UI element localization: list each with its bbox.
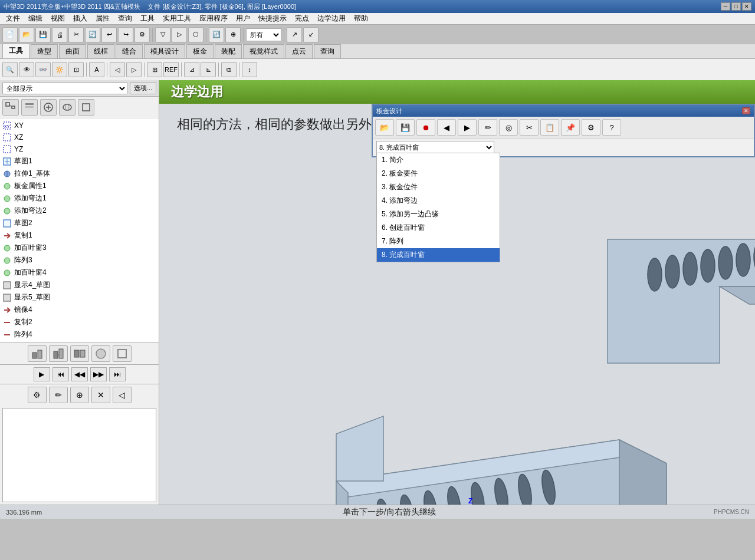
step-combo[interactable]: 8. 完成百叶窗 [376, 141, 494, 154]
edit-btn-5[interactable]: ◁ [113, 387, 132, 403]
panel-tb-paste[interactable]: 📌 [561, 119, 580, 136]
panel-tb-fwd[interactable]: ▶ [458, 119, 477, 136]
maximize-btn[interactable]: □ [731, 2, 741, 11]
tree-item-extrude[interactable]: 拉伸1_基体 [0, 167, 159, 180]
tb2-6[interactable]: A [89, 62, 104, 77]
bb-btn-2[interactable] [49, 345, 68, 362]
feature-tree[interactable]: XY XY XZ YZ 草图1 [0, 118, 159, 342]
tb2-3[interactable]: 👓 [35, 62, 51, 77]
menu-tips[interactable]: 快捷提示 [255, 12, 290, 25]
menu-tools[interactable]: 工具 [137, 12, 158, 25]
tree-item-louver3[interactable]: 加百叶窗3 [0, 242, 159, 254]
next-btn[interactable]: ▶▶ [90, 367, 107, 381]
tb2-7[interactable]: ◁ [110, 62, 125, 77]
menu-learn[interactable]: 边学边用 [314, 12, 349, 25]
panel-tb-gear[interactable]: ⚙ [582, 119, 600, 136]
save-btn[interactable]: 💾 [35, 27, 51, 42]
next-step-btn[interactable]: ⏭ [109, 367, 126, 381]
menu-user[interactable]: 用户 [232, 12, 254, 25]
tb2-2[interactable]: 👁 [19, 62, 34, 77]
tree-item-sketch2[interactable]: 草图2 [0, 217, 159, 229]
dd-item-2[interactable]: 2. 板金要件 [377, 167, 500, 180]
dd-item-7[interactable]: 7. 阵列 [377, 235, 500, 248]
tab-sew[interactable]: 缝合 [116, 44, 143, 58]
tb16[interactable]: ↙ [303, 27, 319, 42]
tb2-13[interactable]: ⧉ [221, 62, 237, 77]
icon-btn-2[interactable] [21, 99, 38, 116]
menu-help[interactable]: 帮助 [350, 12, 372, 25]
bb-btn-1[interactable] [28, 345, 47, 362]
open-btn[interactable]: 📂 [19, 27, 34, 42]
icon-btn-3[interactable] [40, 99, 57, 116]
close-btn[interactable]: ✕ [742, 2, 751, 11]
tb5[interactable]: ✂ [68, 27, 84, 42]
tree-item-copy1[interactable]: 复制1 [0, 229, 159, 242]
all-combo[interactable]: 所有 [246, 28, 281, 41]
print-btn[interactable]: 🖨 [52, 27, 67, 42]
tab-assembly[interactable]: 装配 [215, 44, 242, 58]
tb12[interactable]: ⬡ [188, 27, 203, 42]
viewport[interactable]: 边学边用 相同的方法，相同的参数做出另外一边的百叶窗。 [159, 80, 755, 505]
menu-points[interactable]: 完点 [291, 12, 313, 25]
tree-item-sketch1[interactable]: 草图1 [0, 155, 159, 167]
panel-tb-stop[interactable]: ⏺ [416, 119, 435, 136]
tree-item-louver4[interactable]: 加百叶窗4 [0, 266, 159, 279]
menu-file[interactable]: 文件 [2, 12, 24, 25]
dd-item-3[interactable]: 3. 板金位件 [377, 180, 500, 194]
tab-mold[interactable]: 模具设计 [144, 44, 185, 58]
tb2-12[interactable]: ⊾ [201, 62, 216, 77]
tb6[interactable]: 🔄 [85, 27, 100, 42]
menu-edit[interactable]: 编辑 [25, 12, 46, 25]
tb2-1[interactable]: 🔍 [2, 62, 18, 77]
tb2-5[interactable]: ⊡ [68, 62, 84, 77]
edit-btn-4[interactable]: ✕ [91, 387, 110, 403]
tree-item-array4[interactable]: 阵列4 [0, 328, 159, 341]
panel-tb-circle[interactable]: ◎ [499, 119, 518, 136]
window-controls[interactable]: ─ □ ✕ [721, 2, 751, 11]
tb2-8[interactable]: ▷ [126, 62, 142, 77]
panel-close-btn[interactable]: ✕ [742, 107, 750, 114]
menu-query[interactable]: 查询 [114, 12, 136, 25]
edit-btn-3[interactable]: ⊕ [70, 387, 89, 403]
panel-tb-help[interactable]: ? [602, 119, 621, 136]
tree-item-yz[interactable]: YZ [0, 143, 159, 155]
tree-item-show5[interactable]: 显示5_草图 [0, 291, 159, 304]
tb9[interactable]: ⚙ [134, 27, 150, 42]
panel-tb-back[interactable]: ◀ [437, 119, 456, 136]
tree-item-sheetmetal[interactable]: 板金属性1 [0, 180, 159, 192]
tab-wireframe[interactable]: 线框 [87, 44, 114, 58]
tab-pointcloud[interactable]: 点云 [285, 44, 313, 58]
tree-item-xz[interactable]: XZ [0, 131, 159, 143]
tree-item-bend2[interactable]: 添加弯边2 [0, 205, 159, 217]
bb-btn-4[interactable] [91, 345, 110, 362]
step-dropdown[interactable]: 1. 简介 2. 板金要件 3. 板金位件 4. 添加弯边 5. 添加另一边凸缘… [376, 153, 500, 262]
dd-item-1[interactable]: 1. 简介 [377, 153, 500, 167]
tree-item-copy2[interactable]: 复制2 [0, 316, 159, 328]
tree-item-array3[interactable]: 阵列3 [0, 254, 159, 266]
tb14[interactable]: ⊕ [225, 27, 241, 42]
new-btn[interactable]: 📄 [2, 27, 18, 42]
dd-item-6[interactable]: 6. 创建百叶窗 [377, 221, 500, 235]
tb11[interactable]: ▷ [172, 27, 187, 42]
menu-props[interactable]: 属性 [92, 12, 113, 25]
tab-sheetmetal[interactable]: 板金 [186, 44, 214, 58]
bb-btn-5[interactable] [113, 345, 132, 362]
menu-utils[interactable]: 实用工具 [159, 12, 195, 25]
display-combo[interactable]: 全部显示 [2, 83, 127, 94]
tree-item-xy[interactable]: XY XY [0, 120, 159, 131]
dd-item-4[interactable]: 4. 添加弯边 [377, 194, 500, 207]
tb2-4[interactable]: 🔆 [52, 62, 67, 77]
tb2-11[interactable]: ⊿ [184, 62, 199, 77]
icon-btn-5[interactable] [78, 99, 94, 116]
panel-tb-copy[interactable]: 📋 [540, 119, 559, 136]
dd-item-8[interactable]: 8. 完成百叶窗 [377, 248, 500, 262]
tab-visual[interactable]: 视觉样式 [243, 44, 284, 58]
tb2-14[interactable]: ↕ [242, 62, 257, 77]
dd-item-5[interactable]: 5. 添加另一边凸缘 [377, 207, 500, 221]
tb2-10[interactable]: REF [163, 62, 179, 77]
tree-item-mirror4[interactable]: 镜像4 [0, 304, 159, 316]
bb-btn-3[interactable] [70, 345, 89, 362]
minimize-btn[interactable]: ─ [721, 2, 730, 11]
tab-modeling[interactable]: 造型 [31, 44, 58, 58]
tb15[interactable]: ↗ [287, 27, 302, 42]
